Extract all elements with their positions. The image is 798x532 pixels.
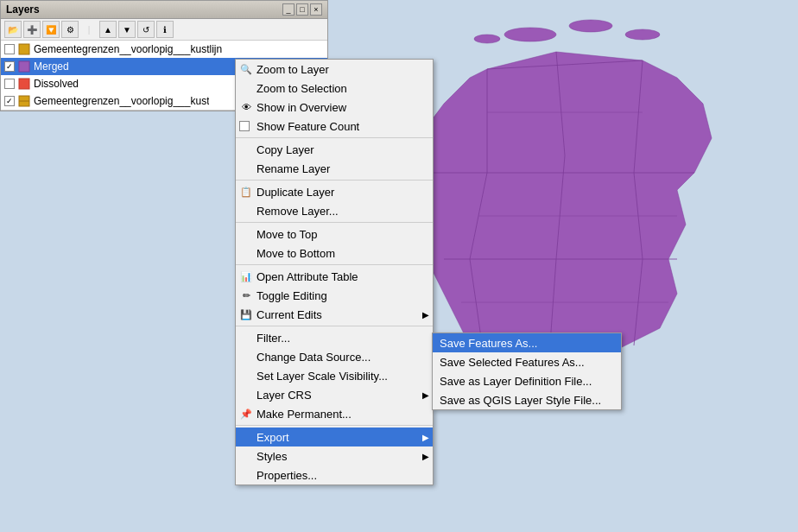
svg-point-17 <box>569 20 612 32</box>
submenu-item-save-selected-features-as[interactable]: Save Selected Features As... <box>433 352 621 371</box>
toolbar-move-down-icon[interactable]: ▼ <box>118 21 136 38</box>
menu-item-layer-crs[interactable]: Layer CRS ▶ <box>236 385 433 404</box>
menu-item-rename-layer[interactable]: Rename Layer <box>236 159 433 178</box>
menu-item-set-layer-scale-visibility[interactable]: Set Layer Scale Visibility... <box>236 366 433 385</box>
menu-item-open-attribute-table[interactable]: 📊 Open Attribute Table <box>236 267 433 286</box>
layers-titlebar: Layers _ □ × <box>1 1 327 19</box>
context-menu: 🔍 Zoom to Layer Zoom to Selection 👁 Show… <box>235 59 434 485</box>
menu-item-export[interactable]: Export ▶ <box>236 428 433 446</box>
submenu-arrow-icon: ▶ <box>422 310 429 320</box>
menu-separator <box>236 137 433 138</box>
menu-item-show-feature-count[interactable]: Show Feature Count <box>236 117 433 136</box>
layers-toolbar: 📂 ➕ 🔽 ⚙ | ▲ ▼ ↺ ℹ <box>1 19 327 41</box>
menu-label: Open Attribute Table <box>256 270 358 283</box>
menu-label: Copy Layer <box>256 143 314 156</box>
svg-rect-21 <box>19 61 29 72</box>
layer-name: Gemeentegrenzen__voorlopig___kust <box>34 95 209 107</box>
menu-label: Properties... <box>256 469 317 482</box>
checkbox-icon <box>239 121 250 131</box>
table-icon: 📊 <box>239 269 253 283</box>
menu-item-zoom-to-layer[interactable]: 🔍 Zoom to Layer <box>236 60 433 79</box>
menu-label: Export <box>256 431 289 444</box>
menu-item-make-permanent[interactable]: 📌 Make Permanent... <box>236 404 433 423</box>
menu-item-zoom-to-selection[interactable]: Zoom to Selection <box>236 79 433 98</box>
menu-item-toggle-editing[interactable]: ✏ Toggle Editing <box>236 286 433 305</box>
menu-separator <box>236 425 433 426</box>
submenu-label: Save Selected Features As... <box>440 356 585 369</box>
svg-point-19 <box>474 35 500 43</box>
menu-separator <box>236 326 433 326</box>
menu-separator <box>236 264 433 265</box>
zoom-icon: 🔍 <box>239 62 253 76</box>
menu-label: Filter... <box>256 332 290 345</box>
submenu-arrow-icon: ▶ <box>422 433 429 442</box>
submenu-item-save-as-layer-definition[interactable]: Save as Layer Definition File... <box>433 371 621 390</box>
submenu-label: Save Features As... <box>440 337 537 350</box>
titlebar-controls: _ □ × <box>282 3 322 16</box>
toolbar-refresh-icon[interactable]: ↺ <box>137 21 155 38</box>
submenu-label: Save as QGIS Layer Style File... <box>440 394 601 407</box>
toolbar-filter-icon[interactable]: 🔽 <box>42 21 60 38</box>
menu-label: Zoom to Selection <box>256 82 347 95</box>
layer-checkbox[interactable] <box>4 79 15 89</box>
svg-point-18 <box>625 29 660 40</box>
save-icon: 💾 <box>239 307 253 321</box>
menu-item-properties[interactable]: Properties... <box>236 466 433 484</box>
menu-item-duplicate-layer[interactable]: 📋 Duplicate Layer <box>236 182 433 201</box>
layer-type-icon <box>18 43 30 55</box>
menu-label: Styles <box>256 450 287 463</box>
menu-label: Move to Bottom <box>256 247 335 260</box>
menu-separator <box>236 222 433 223</box>
toolbar-separator: | <box>80 21 98 38</box>
menu-item-move-to-bottom[interactable]: Move to Bottom <box>236 244 433 263</box>
submenu-item-save-as-qgis-style[interactable]: Save as QGIS Layer Style File... <box>433 390 621 409</box>
submenu-label: Save as Layer Definition File... <box>440 375 592 388</box>
submenu-item-save-features-as[interactable]: Save Features As... <box>433 333 621 352</box>
layer-checkbox[interactable] <box>4 44 15 54</box>
minimize-button[interactable]: _ <box>282 3 294 16</box>
layer-type-icon <box>18 95 30 107</box>
layer-checkbox[interactable] <box>4 96 15 106</box>
menu-label: Rename Layer <box>256 162 330 175</box>
toolbar-open-icon[interactable]: 📂 <box>4 21 22 38</box>
menu-item-filter[interactable]: Filter... <box>236 328 433 347</box>
svg-rect-22 <box>19 79 29 89</box>
layer-item[interactable]: Gemeentegrenzen__voorlopig___kustlijn <box>1 41 327 58</box>
toolbar-info-icon[interactable]: ℹ <box>156 21 174 38</box>
layer-name: Merged <box>34 60 69 73</box>
export-submenu: Save Features As... Save Selected Featur… <box>432 332 622 410</box>
svg-rect-20 <box>19 44 29 54</box>
maximize-button[interactable]: □ <box>296 3 308 16</box>
menu-label: Change Data Source... <box>256 351 370 364</box>
menu-item-change-data-source[interactable]: Change Data Source... <box>236 347 433 366</box>
menu-separator <box>236 180 433 180</box>
layer-type-icon <box>18 78 30 90</box>
menu-item-copy-layer[interactable]: Copy Layer <box>236 140 433 159</box>
menu-label: Make Permanent... <box>256 408 352 421</box>
menu-item-remove-layer[interactable]: Remove Layer... <box>236 201 433 220</box>
menu-label: Duplicate Layer <box>256 186 334 199</box>
menu-item-show-in-overview[interactable]: 👁 Show in Overview <box>236 98 433 117</box>
toolbar-add-icon[interactable]: ➕ <box>23 21 41 38</box>
submenu-arrow-icon: ▶ <box>422 390 429 400</box>
menu-label: Show Feature Count <box>256 120 359 133</box>
layer-type-icon <box>18 60 30 73</box>
toolbar-settings-icon[interactable]: ⚙ <box>61 21 79 38</box>
layer-name: Gemeentegrenzen__voorlopig___kustlijn <box>34 43 222 55</box>
toolbar-move-up-icon[interactable]: ▲ <box>99 21 117 38</box>
close-button[interactable]: × <box>310 3 322 16</box>
duplicate-icon: 📋 <box>239 185 253 199</box>
menu-label: Zoom to Layer <box>256 63 329 76</box>
menu-item-styles[interactable]: Styles ▶ <box>236 446 433 466</box>
submenu-arrow-icon: ▶ <box>422 452 429 461</box>
menu-label: Set Layer Scale Visibility... <box>256 370 388 383</box>
edit-icon: ✏ <box>239 288 253 302</box>
svg-point-16 <box>504 28 556 41</box>
menu-item-move-to-top[interactable]: Move to Top <box>236 225 433 244</box>
menu-label: Current Edits <box>256 308 322 321</box>
layer-checkbox[interactable] <box>4 61 15 72</box>
layers-title: Layers <box>6 3 40 16</box>
overview-icon: 👁 <box>239 100 253 114</box>
menu-item-current-edits[interactable]: 💾 Current Edits ▶ <box>236 305 433 324</box>
menu-label: Toggle Editing <box>256 289 327 302</box>
